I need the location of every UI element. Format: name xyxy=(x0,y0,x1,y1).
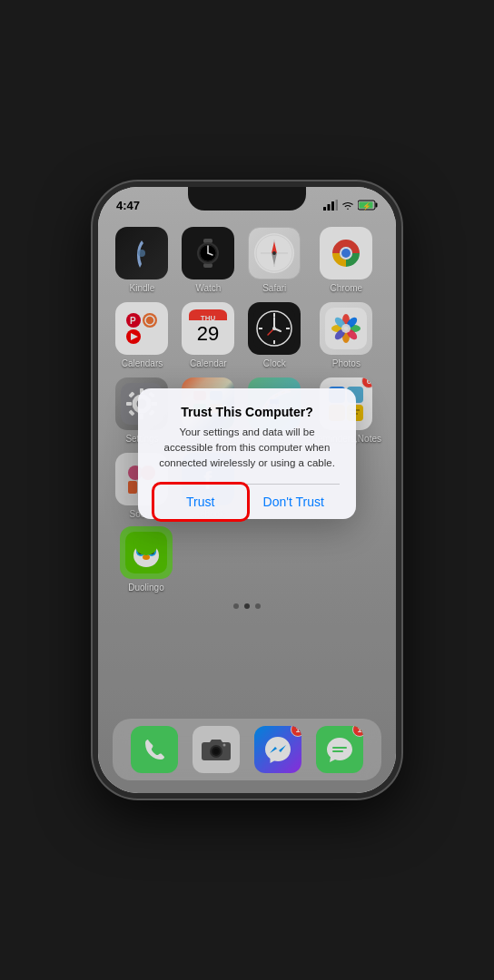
dialog-overlay: Trust This Computer? Your settings and d… xyxy=(98,187,396,793)
dialog-message: Your settings and data will be accessibl… xyxy=(154,425,340,472)
trust-dialog: Trust This Computer? Your settings and d… xyxy=(138,388,356,520)
dialog-title: Trust This Computer? xyxy=(154,405,340,419)
phone-screen: 4:47 xyxy=(98,187,396,793)
dont-trust-button[interactable]: Don't Trust xyxy=(248,485,341,519)
dialog-buttons: Trust Don't Trust xyxy=(154,484,340,519)
trust-button[interactable]: Trust xyxy=(154,485,248,519)
phone-frame: 4:47 xyxy=(93,181,401,799)
